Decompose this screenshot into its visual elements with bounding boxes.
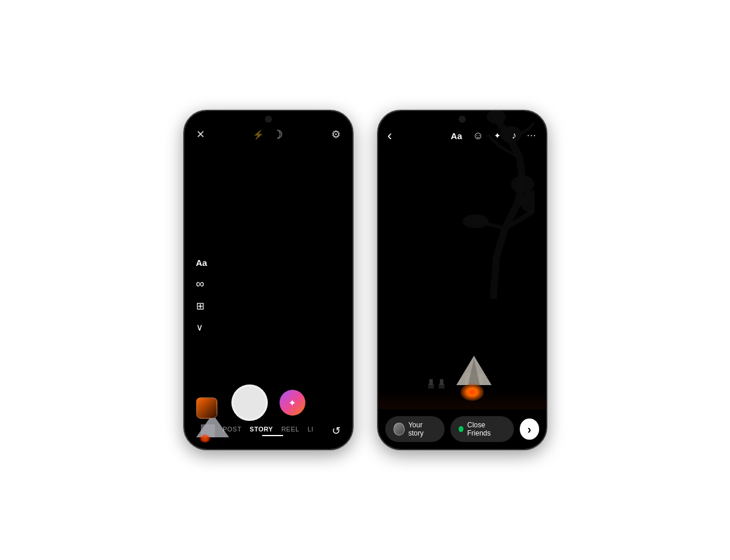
next-button[interactable]: › — [520, 419, 539, 440]
user-avatar — [393, 423, 405, 436]
camera-left-toolbar: Aa ∞ ⊞ ∨ — [196, 258, 207, 333]
phone-2-camera-notch — [459, 116, 466, 123]
story-share-bar: Your story Close Friends › — [378, 409, 546, 449]
settings-icon[interactable]: ⚙ — [331, 128, 341, 141]
effects-icon[interactable]: ✦ — [494, 131, 501, 140]
night-mode-icon[interactable]: ☽ — [273, 127, 283, 141]
boomerang-icon[interactable]: ∞ — [196, 277, 207, 291]
story-mode-tab[interactable]: STORY — [250, 426, 273, 433]
more-options-icon[interactable]: ··· — [527, 130, 536, 141]
chairs — [428, 379, 446, 393]
svg-point-2 — [511, 176, 534, 193]
campfire-overlay — [460, 383, 484, 401]
sticker-icon[interactable]: ☺ — [473, 130, 483, 142]
close-friends-button[interactable]: Close Friends — [450, 416, 514, 442]
phone-2: ‹ Aa ☺ ✦ ♪ ··· Your story Close Friends … — [377, 110, 547, 450]
back-icon[interactable]: ‹ — [388, 127, 392, 144]
phone-1-screen: ✕ ⚡ ☽ ⚙ Aa ∞ ⊞ ∨ ✦ — [184, 111, 352, 449]
live-mode-tab[interactable]: LI — [308, 426, 314, 433]
close-friends-label: Close Friends — [467, 421, 506, 437]
layout-icon[interactable]: ⊞ — [196, 300, 207, 312]
your-story-label: Your story — [408, 421, 436, 437]
phone-2-screen: ‹ Aa ☺ ✦ ♪ ··· Your story Close Friends … — [378, 111, 546, 449]
gallery-thumbnail[interactable] — [196, 397, 217, 419]
text-sticker-icon[interactable]: Aa — [451, 131, 462, 141]
reel-mode-tab[interactable]: REEL — [281, 426, 300, 433]
phone-1-camera-notch — [265, 116, 272, 123]
post-mode-tab[interactable]: POST — [223, 426, 241, 433]
close-icon[interactable]: ✕ — [196, 128, 205, 141]
flip-camera-button[interactable]: ↺ — [332, 424, 341, 437]
story-editor-topbar: ‹ Aa ☺ ✦ ♪ ··· — [378, 127, 546, 144]
svg-rect-11 — [429, 379, 433, 385]
close-friends-dot — [459, 426, 464, 432]
svg-rect-12 — [440, 379, 443, 385]
camera-mode-tabs: POST STORY REEL LI — [184, 426, 352, 433]
flash-off-icon[interactable]: ⚡ — [253, 129, 264, 140]
active-mode-indicator — [262, 435, 283, 436]
your-story-button[interactable]: Your story — [385, 416, 445, 442]
camera-bottom: ✦ POST STORY REEL LI ↺ — [184, 379, 352, 449]
story-tools: Aa ☺ ✦ ♪ ··· — [451, 130, 537, 142]
ai-icon: ✦ — [288, 397, 296, 409]
more-tools-icon[interactable]: ∨ — [196, 322, 207, 333]
next-icon: › — [527, 423, 531, 436]
text-tool-icon[interactable]: Aa — [196, 258, 207, 268]
camera-topbar: ✕ ⚡ ☽ ⚙ — [184, 127, 352, 141]
phone-1: ✕ ⚡ ☽ ⚙ Aa ∞ ⊞ ∨ ✦ — [183, 110, 354, 450]
music-icon[interactable]: ♪ — [512, 130, 516, 141]
svg-point-5 — [463, 214, 489, 228]
ai-remix-button[interactable]: ✦ — [280, 390, 305, 416]
shutter-button[interactable] — [231, 384, 268, 421]
